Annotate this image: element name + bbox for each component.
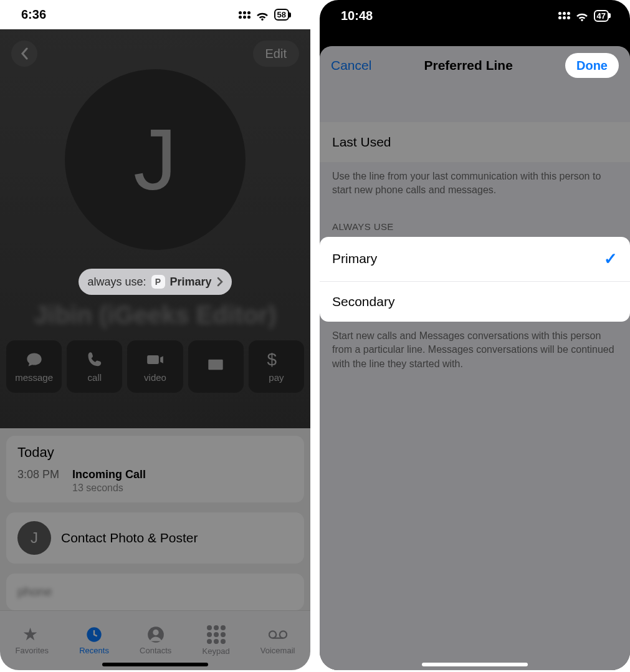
option-primary-label: Primary <box>332 251 377 266</box>
person-icon <box>146 626 165 643</box>
tab-voicemail[interactable]: Voicemail <box>260 626 295 655</box>
wifi-icon <box>255 10 269 20</box>
tab-keypad[interactable]: Keypad <box>203 625 230 656</box>
poster-card[interactable]: J Contact Photo & Poster <box>6 512 304 564</box>
phone-number-card[interactable]: phone <box>6 574 304 610</box>
cancel-button[interactable]: Cancel <box>331 58 371 73</box>
star-icon: ★ <box>22 626 41 643</box>
tab-recents-label: Recents <box>79 646 109 655</box>
mini-avatar: J <box>17 521 51 555</box>
contact-avatar: J <box>65 69 246 250</box>
tab-favorites[interactable]: ★ Favorites <box>16 626 49 655</box>
tab-favorites-label: Favorites <box>16 646 49 655</box>
video-button[interactable]: video <box>127 340 183 393</box>
preferred-line-pill[interactable]: always use: P Primary <box>79 269 231 295</box>
call-label: call <box>88 372 102 383</box>
status-time: 10:48 <box>341 9 373 23</box>
today-header: Today <box>17 444 293 461</box>
status-bar: 6:36 58 <box>0 0 310 29</box>
line-pill-line: Primary <box>170 276 212 289</box>
checkmark-icon: ✓ <box>604 249 618 269</box>
clock-icon <box>85 626 103 643</box>
option-primary[interactable]: Primary ✓ <box>320 237 630 281</box>
line-pill-prefix: always use: <box>87 276 146 289</box>
pay-button[interactable]: $ pay <box>249 340 304 393</box>
always-use-header: ALWAYS USE <box>320 205 630 237</box>
last-used-label: Last Used <box>332 135 391 150</box>
battery-indicator: 47 <box>594 10 609 22</box>
pay-label: pay <box>269 372 284 383</box>
tab-recents[interactable]: Recents <box>79 626 109 655</box>
phone-label: phone <box>17 582 293 602</box>
left-phone: 6:36 58 Edit J always use: P Primary Jib… <box>0 0 310 670</box>
right-phone: 10:48 47 Cancel Preferred Line Done Last… <box>320 0 630 670</box>
home-indicator[interactable] <box>102 663 208 666</box>
line-badge: P <box>151 275 165 289</box>
preferred-line-sheet: Cancel Preferred Line Done Last Used Use… <box>320 46 630 670</box>
tab-contacts-label: Contacts <box>140 646 171 655</box>
option-secondary[interactable]: Secondary <box>320 281 630 322</box>
options-footer: Start new calls and Messages conversatio… <box>320 322 630 378</box>
line-options-group: Primary ✓ Secondary <box>320 237 630 322</box>
last-used-row[interactable]: Last Used <box>320 122 630 162</box>
action-buttons: message call video $ pay <box>0 340 310 393</box>
sheet-title: Preferred Line <box>424 58 512 73</box>
battery-level: 58 <box>277 11 286 19</box>
battery-indicator: 58 <box>274 9 289 21</box>
mail-button[interactable] <box>188 340 244 393</box>
call-button[interactable]: call <box>67 340 122 393</box>
status-time: 6:36 <box>21 7 46 22</box>
battery-level: 47 <box>597 12 606 20</box>
contact-hero: Edit J always use: P Primary Jibin (iGee… <box>0 29 310 428</box>
last-used-footer: Use the line from your last communicatio… <box>320 162 630 205</box>
sheet-header: Cancel Preferred Line Done <box>320 46 630 85</box>
done-button[interactable]: Done <box>565 53 619 78</box>
call-title: Incoming Call <box>72 468 146 481</box>
contact-name: Jibin (iGeeks Editor) <box>34 301 277 329</box>
contact-card-screen: Edit J always use: P Primary Jibin (iGee… <box>0 29 310 670</box>
svg-point-3 <box>269 631 276 638</box>
svg-point-4 <box>279 631 286 638</box>
video-label: video <box>144 372 166 383</box>
status-indicators: 58 <box>239 9 289 21</box>
dual-sim-signal-icon <box>239 11 251 19</box>
call-duration: 13 seconds <box>72 482 146 494</box>
message-button[interactable]: message <box>6 340 62 393</box>
status-bar: 10:48 47 <box>320 0 630 31</box>
home-indicator[interactable] <box>422 663 528 666</box>
svg-point-2 <box>153 630 158 635</box>
dual-sim-signal-icon <box>558 12 570 19</box>
edit-button[interactable]: Edit <box>253 41 299 67</box>
back-button[interactable] <box>11 41 37 67</box>
call-time: 3:08 PM <box>17 468 66 494</box>
voicemail-icon <box>269 626 287 643</box>
keypad-icon <box>207 625 226 644</box>
status-indicators: 47 <box>558 10 609 22</box>
tab-voicemail-label: Voicemail <box>260 646 295 655</box>
tab-keypad-label: Keypad <box>203 646 230 656</box>
poster-label: Contact Photo & Poster <box>61 530 198 545</box>
chevron-right-icon <box>217 277 223 287</box>
dollar-icon: $ <box>267 351 285 368</box>
message-label: message <box>15 372 53 383</box>
today-card[interactable]: Today 3:08 PM Incoming Call 13 seconds <box>6 436 304 502</box>
tab-contacts[interactable]: Contacts <box>140 626 171 655</box>
option-secondary-label: Secondary <box>332 294 394 309</box>
tab-bar: ★ Favorites Recents Contacts Keypad <box>0 610 310 670</box>
wifi-icon <box>575 11 589 21</box>
